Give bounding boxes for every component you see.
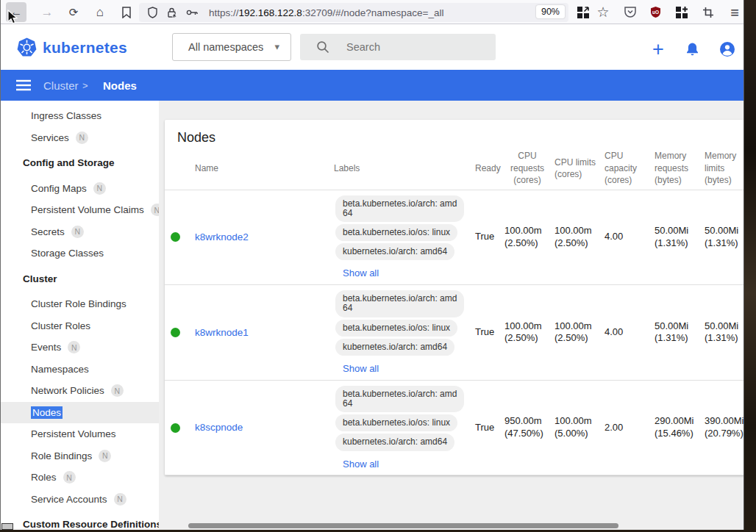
url-text: https://192.168.122.8:32709/#/node?names… xyxy=(209,7,443,18)
reload-icon: ⟳ xyxy=(69,7,79,18)
nodes-card: Nodes NameLabelsReadyCPU requests (cores… xyxy=(165,120,744,475)
show-all-labels-link[interactable]: Show all xyxy=(343,267,379,280)
account-button[interactable] xyxy=(718,40,737,59)
kubernetes-logo-icon[interactable] xyxy=(17,37,37,57)
ublock-origin-button[interactable]: uO xyxy=(646,2,665,22)
url-scheme: https:// xyxy=(209,7,239,18)
sidebar-nav: Ingress ClassesServicesNConfig and Stora… xyxy=(1,101,159,530)
zoom-level-indicator[interactable]: 90% xyxy=(536,5,565,18)
sidebar-item-ingress-classes[interactable]: Ingress Classes xyxy=(1,105,159,127)
label-chip: kubernetes.io/arch: amd64 xyxy=(335,434,454,450)
label-chip: kubernetes.io/arch: amd64 xyxy=(335,243,454,260)
sidebar-item-persistent-volume-claims[interactable]: Persistent Volume ClaimsN xyxy=(1,199,159,221)
horizontal-scrollbar-thumb[interactable] xyxy=(188,523,618,528)
browser-toolbar: ← → ⟳ ⌂ xyxy=(1,0,743,24)
forward-button[interactable]: → xyxy=(37,2,57,22)
cell-cpu-requests: 100.00m (2.50%) xyxy=(502,190,552,285)
breadcrumb-parent-link[interactable]: Cluster xyxy=(43,70,79,101)
hamburger-menu-icon: ≡ xyxy=(730,5,739,20)
sidebar-toggle-button[interactable] xyxy=(14,77,33,93)
pocket-button[interactable] xyxy=(621,2,640,22)
sidebar-item-events[interactable]: EventsN xyxy=(1,337,159,359)
bookmark-star-icon: ☆ xyxy=(596,5,609,19)
cell-memory-limits: 50.00Mi (1.31%) xyxy=(702,285,744,381)
cell-memory-requests: 50.00Mi (1.31%) xyxy=(652,285,702,381)
bookmark-ribbon-button[interactable] xyxy=(116,2,137,22)
sidebar-item-label: Service Accounts xyxy=(31,494,107,505)
brand-wordmark[interactable]: kubernetes xyxy=(43,39,127,57)
namespace-selector-value: All namespaces xyxy=(188,41,263,53)
sidebar-section-custom-resource-definitions: Custom Resource Definitions xyxy=(1,514,159,530)
tab-grid-icon xyxy=(577,7,589,18)
node-name-link[interactable]: k8wrknode1 xyxy=(195,327,249,338)
sidebar-item-services[interactable]: ServicesN xyxy=(1,127,159,149)
cell-cpu-limits: 100.00m (2.50%) xyxy=(552,285,602,381)
sidebar-item-label: Role Bindings xyxy=(31,450,92,461)
cell-cpu-limits: 100.00m (2.50%) xyxy=(552,190,602,285)
search-input[interactable] xyxy=(346,41,479,53)
lock-warning-icon[interactable] xyxy=(166,7,178,18)
sidebar-item-roles[interactable]: RolesN xyxy=(1,467,159,489)
sidebar-item-config-maps[interactable]: Config MapsN xyxy=(1,178,159,200)
sidebar-item-role-bindings[interactable]: Role BindingsN xyxy=(1,445,159,467)
create-resource-button[interactable]: + xyxy=(649,40,668,59)
mouse-cursor xyxy=(7,10,20,26)
sidebar-item-label: Services xyxy=(31,132,69,143)
sidebar-item-cluster-roles[interactable]: Cluster Roles xyxy=(1,315,159,337)
namespaced-badge: N xyxy=(71,226,84,238)
app-menu-button[interactable]: ≡ xyxy=(725,2,744,22)
key-icon[interactable] xyxy=(186,8,199,17)
node-name-link[interactable]: k8scpnode xyxy=(195,422,243,433)
show-all-labels-link[interactable]: Show all xyxy=(343,363,379,375)
column-header-name: Name xyxy=(190,147,332,190)
notifications-button[interactable] xyxy=(682,40,702,59)
url-host: 192.168.122.8 xyxy=(239,7,302,18)
namespace-selector[interactable]: All namespaces ▾ xyxy=(172,33,291,61)
tab-grid-extension-button[interactable] xyxy=(574,2,593,22)
sidebar-item-label: Roles xyxy=(31,472,57,483)
extensions-grid-button[interactable] xyxy=(672,2,691,22)
nodes-table: NameLabelsReadyCPU requests (cores)CPU l… xyxy=(165,147,744,475)
content-area: Ingress ClassesServicesNConfig and Stora… xyxy=(1,101,743,530)
cell-cpu-requests: 100.00m (2.50%) xyxy=(502,285,552,381)
label-chip: beta.kubernetes.io/os: linux xyxy=(335,320,457,337)
column-header-memory-limits-bytes-: Memory limits (bytes) xyxy=(702,147,744,190)
nav-hamburger-icon xyxy=(15,79,32,91)
sidebar-item-label: Events xyxy=(31,342,61,353)
column-header-memory-requests-bytes-: Memory requests (bytes) xyxy=(652,147,702,190)
sidebar-item-label: Custom Resource Definitions xyxy=(23,519,159,530)
sidebar-item-label: Cluster xyxy=(23,273,57,284)
sidebar-item-storage-classes[interactable]: Storage Classes xyxy=(1,242,159,265)
forward-icon: → xyxy=(41,6,54,18)
bookmark-star-button[interactable]: ☆ xyxy=(593,2,613,22)
namespaced-badge: N xyxy=(93,182,106,195)
screenshot-crop-button[interactable] xyxy=(699,2,718,22)
crop-icon xyxy=(702,7,714,18)
label-chip: kubernetes.io/arch: amd64 xyxy=(335,339,454,356)
sidebar-item-namespaces[interactable]: Namespaces xyxy=(1,359,159,381)
sidebar-item-nodes[interactable]: Nodes xyxy=(1,402,159,424)
dashboard-header: kubernetes All namespaces ▾ + xyxy=(1,25,743,70)
search-icon xyxy=(300,40,329,54)
column-header-ready: Ready xyxy=(473,147,502,190)
cell-ready: True xyxy=(473,190,502,285)
url-bar[interactable]: https://192.168.122.8:32709/#/node?names… xyxy=(139,3,568,22)
home-button[interactable]: ⌂ xyxy=(90,2,110,22)
search-box[interactable] xyxy=(300,34,496,60)
namespaced-badge: N xyxy=(114,493,126,506)
sidebar-item-cluster-role-bindings[interactable]: Cluster Role Bindings xyxy=(1,293,159,315)
sidebar-item-persistent-volumes[interactable]: Persistent Volumes xyxy=(1,423,159,445)
show-all-labels-link[interactable]: Show all xyxy=(343,459,379,471)
sidebar-item-service-accounts[interactable]: Service AccountsN xyxy=(1,489,159,511)
namespaced-badge: N xyxy=(151,204,159,216)
namespaced-badge: N xyxy=(63,471,76,484)
sidebar-item-secrets[interactable]: SecretsN xyxy=(1,221,159,243)
shield-icon[interactable] xyxy=(147,7,158,18)
namespaced-badge: N xyxy=(68,341,80,353)
cell-memory-requests: 50.00Mi (1.31%) xyxy=(652,190,702,285)
sidebar-item-network-policies[interactable]: Network PoliciesN xyxy=(1,380,159,402)
sidebar-item-label: Cluster Roles xyxy=(31,320,90,331)
node-name-link[interactable]: k8wrknode2 xyxy=(195,231,249,242)
reload-button[interactable]: ⟳ xyxy=(63,2,84,22)
browser-window: ← → ⟳ ⌂ xyxy=(0,0,744,530)
